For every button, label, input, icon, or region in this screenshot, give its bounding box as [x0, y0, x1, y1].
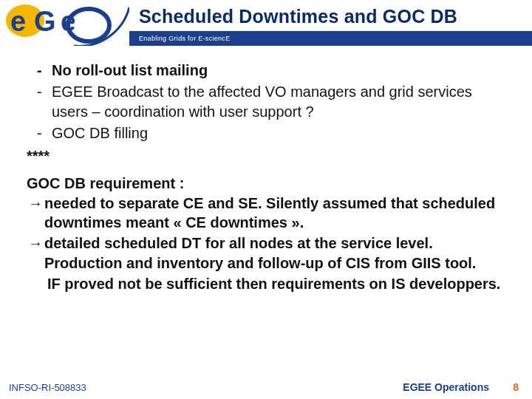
bullet-text: EGEE Broadcast to the affected VO manage… [52, 83, 472, 119]
svg-text:e: e [10, 6, 26, 37]
bullet-list: - No roll-out list mailing - EGEE Broadc… [27, 61, 511, 143]
content: - No roll-out list mailing - EGEE Broadc… [27, 61, 511, 362]
dash-icon: - [37, 123, 42, 143]
slide: Scheduled Downtimes and GOC DB Enabling … [0, 0, 532, 399]
arrow-text: needed to separate CE and SE. Silently a… [44, 195, 495, 231]
dash-icon: - [37, 61, 42, 80]
svg-text:G: G [34, 6, 56, 37]
dash-icon: - [37, 82, 42, 101]
arrow-text: detailed scheduled DT for all nodes at t… [44, 235, 476, 270]
egee-logo-svg: e G e e [0, 0, 129, 46]
arrow-right-icon: → [28, 194, 43, 213]
tagline: Enabling Grids for E-sciencE [139, 35, 230, 42]
slide-title: Scheduled Downtimes and GOC DB [139, 6, 457, 27]
bullet-item: - GOC DB filling [27, 123, 511, 143]
egee-logo: e G e e [0, 0, 129, 46]
footer-left: INFSO-RI-508833 [9, 382, 86, 393]
svg-point-7 [74, 14, 103, 36]
bullet-item: - EGEE Broadcast to the affected VO mana… [27, 82, 511, 121]
tail-line: IF proved not be sufficient then require… [27, 274, 511, 293]
page-number: 8 [513, 381, 519, 393]
separator: **** [27, 148, 511, 165]
arrow-item: → needed to separate CE and SE. Silently… [27, 194, 511, 233]
arrow-right-icon: → [28, 233, 43, 253]
bullet-text: GOC DB filling [52, 125, 148, 141]
footer: INFSO-RI-508833 EGEE Operations 8 [0, 375, 532, 393]
bullet-text: No roll-out list mailing [52, 62, 208, 78]
footer-right: EGEE Operations [403, 381, 489, 393]
bullet-item: - No roll-out list mailing [27, 61, 511, 80]
requirement-title: GOC DB requirement : [27, 175, 511, 192]
header: Scheduled Downtimes and GOC DB Enabling … [0, 0, 532, 46]
arrow-item: → detailed scheduled DT for all nodes at… [27, 233, 511, 273]
